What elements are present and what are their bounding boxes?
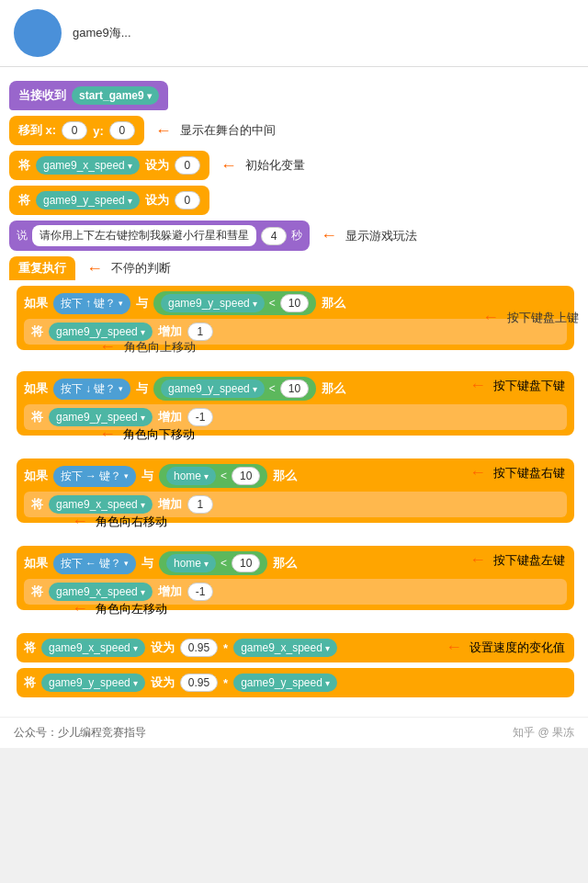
arrow-icon4: ← bbox=[86, 259, 103, 278]
move-xy-block[interactable]: 移到 x: 0 y: 0 bbox=[9, 116, 144, 145]
to-label2: 设为 bbox=[145, 192, 169, 209]
repeat-block[interactable]: 重复执行 bbox=[9, 256, 75, 280]
when-receive-block[interactable]: 当接收到 start_game9 bbox=[9, 81, 168, 110]
xspeed-inc1[interactable]: game9_x_speed bbox=[49, 495, 153, 514]
say-block[interactable]: 说 请你用上下左右键控制我躲避小行星和彗星 4 秒 bbox=[9, 221, 310, 251]
set-yspeed-block[interactable]: 将 game9_y_speed 设为 0 bbox=[9, 186, 209, 215]
y-value[interactable]: 0 bbox=[109, 121, 135, 140]
if-up-container: 如果 按下 ↑ 键？ 与 game9_y_speed < 10 那么 将 gam… bbox=[17, 286, 574, 357]
xspeed-var-dropdown[interactable]: game9_x_speed bbox=[36, 156, 140, 175]
up-key-symbol: ↑ bbox=[85, 297, 91, 310]
to-label1: 设为 bbox=[145, 157, 169, 174]
x-value[interactable]: 0 bbox=[62, 121, 87, 140]
set-label4: 将 bbox=[31, 409, 43, 425]
set-xspeed-decay-container: 将 game9_x_speed 设为 0.95 * game9_x_speed … bbox=[17, 633, 574, 662]
footer-right: 知乎 @ 果冻 bbox=[513, 725, 574, 741]
set-label6: 将 bbox=[31, 583, 43, 600]
annotation-up: ← 按下键盘上键 bbox=[482, 308, 579, 327]
and-label3: 与 bbox=[141, 468, 153, 484]
set-yspeed-decay-row: 将 game9_y_speed 设为 0.95 * game9_y_speed bbox=[24, 674, 567, 692]
inc-val4[interactable]: -1 bbox=[187, 583, 214, 601]
yspeed-var2[interactable]: game9_y_speed bbox=[41, 674, 145, 692]
and-label2: 与 bbox=[136, 380, 148, 397]
to-label4: 设为 bbox=[151, 674, 175, 691]
xspeed-inc2[interactable]: game9_x_speed bbox=[49, 583, 153, 601]
right-key-block[interactable]: 按下 → 键？ bbox=[53, 466, 136, 487]
yspeed-val[interactable]: 0 bbox=[175, 191, 200, 209]
arrow-icon3: ← bbox=[321, 226, 337, 245]
inc-label2: 增加 bbox=[158, 409, 182, 425]
annotation-speed: ← 设置速度的变化值 bbox=[446, 638, 565, 657]
set-xspeed-row: 将 game9_x_speed 设为 0 ← 初始化变量 bbox=[9, 151, 574, 180]
set-label8: 将 bbox=[24, 674, 36, 691]
left-key-block[interactable]: 按下 ← 键？ bbox=[53, 553, 136, 574]
limit1[interactable]: 10 bbox=[280, 294, 309, 312]
set-label1: 将 bbox=[18, 157, 30, 174]
repeat-row: 重复执行 ← 不停的判断 bbox=[9, 256, 574, 280]
inc-label3: 增加 bbox=[158, 496, 182, 513]
footer-left: 公众号：少儿编程竞赛指导 bbox=[14, 725, 146, 741]
header: game9海... bbox=[0, 0, 588, 67]
xspeed-var2[interactable]: game9_x_speed bbox=[41, 639, 145, 657]
yspeed-inc2[interactable]: game9_y_speed bbox=[49, 408, 153, 426]
up-key-block[interactable]: 按下 ↑ 键？ bbox=[53, 293, 130, 314]
annotation-gameplay: ← 显示游戏玩法 bbox=[321, 226, 417, 245]
annotation-center: ← 显示在舞台的中间 bbox=[155, 121, 276, 141]
xspeed-ref3[interactable]: game9_x_speed bbox=[233, 639, 337, 657]
then-label3: 那么 bbox=[273, 468, 297, 484]
limit2[interactable]: 10 bbox=[280, 379, 309, 398]
y-label: y: bbox=[93, 124, 104, 138]
left-key-symbol: ← bbox=[85, 557, 96, 570]
yspeed-ref3[interactable]: game9_y_speed bbox=[233, 674, 337, 692]
and-label1: 与 bbox=[136, 295, 148, 311]
annotation-repeat: ← 不停的判断 bbox=[86, 259, 171, 278]
limit3[interactable]: 10 bbox=[232, 467, 260, 485]
yspeed-var-dropdown[interactable]: game9_y_speed bbox=[36, 191, 140, 209]
limit4[interactable]: 10 bbox=[232, 554, 260, 572]
if-label2: 如果 bbox=[24, 380, 48, 397]
multiply2: * bbox=[223, 676, 228, 690]
main-content: 当接收到 start_game9 移到 x: 0 y: 0 ← 显示在舞台的中间… bbox=[0, 67, 588, 717]
set-label5: 将 bbox=[31, 496, 43, 513]
home-ref1[interactable]: home bbox=[166, 467, 216, 485]
annotation-move-left: ← 角色向左移动 bbox=[72, 599, 574, 618]
say-sec-label: 秒 bbox=[291, 228, 302, 243]
move-label: 移到 x: bbox=[18, 122, 56, 139]
annotation-move-down: ← 角色向下移动 bbox=[99, 425, 574, 444]
set-label7: 将 bbox=[24, 640, 36, 656]
if-left-container: 如果 按下 ← 键？ 与 home < 10 那么 将 game9_x_spee… bbox=[17, 546, 574, 618]
yspeed-ref2[interactable]: game9_y_speed bbox=[161, 379, 265, 398]
multiply1: * bbox=[223, 641, 228, 655]
yspeed-ref1[interactable]: game9_y_speed bbox=[161, 294, 265, 312]
annotation-move-right: ← 角色向右移动 bbox=[72, 512, 574, 531]
y-decay-val[interactable]: 0.95 bbox=[180, 674, 218, 692]
left-compare: home < 10 bbox=[159, 551, 267, 575]
annotation-down: ← 按下键盘下键 bbox=[469, 376, 565, 395]
say-seconds[interactable]: 4 bbox=[261, 227, 287, 245]
down-key-block[interactable]: 按下 ↓ 键？ bbox=[53, 379, 130, 400]
arrow-icon: ← bbox=[155, 121, 172, 141]
xspeed-val[interactable]: 0 bbox=[175, 156, 200, 175]
say-label: 说 bbox=[17, 228, 28, 243]
set-yspeed-row: 将 game9_y_speed 设为 0 bbox=[9, 186, 574, 215]
home-ref2[interactable]: home bbox=[166, 554, 216, 572]
if-right-container: 如果 按下 → 键？ 与 home < 10 那么 将 game9_x_spee… bbox=[17, 458, 574, 531]
arrow-icon2: ← bbox=[220, 156, 237, 175]
inc-val2[interactable]: -1 bbox=[187, 408, 214, 426]
event-dropdown[interactable]: start_game9 bbox=[72, 86, 159, 105]
inc-label4: 增加 bbox=[158, 583, 182, 600]
set-xspeed-block[interactable]: 将 game9_x_speed 设为 0 bbox=[9, 151, 209, 180]
when-receive-row: 当接收到 start_game9 bbox=[9, 81, 574, 110]
if-label4: 如果 bbox=[24, 555, 48, 572]
say-row: 说 请你用上下左右键控制我躲避小行星和彗星 4 秒 ← 显示游戏玩法 bbox=[9, 221, 574, 251]
down-key-symbol: ↓ bbox=[85, 382, 91, 395]
x-decay-val[interactable]: 0.95 bbox=[180, 639, 218, 657]
say-text[interactable]: 请你用上下左右键控制我躲避小行星和彗星 bbox=[32, 225, 256, 246]
if-label1: 如果 bbox=[24, 295, 48, 311]
set-yspeed-decay-wrapper: 将 game9_y_speed 设为 0.95 * game9_y_speed bbox=[17, 668, 574, 697]
right-key-symbol: → bbox=[85, 470, 96, 482]
app-title: game9海... bbox=[73, 25, 131, 41]
then-label1: 那么 bbox=[322, 295, 345, 311]
inc-val3[interactable]: 1 bbox=[187, 495, 213, 514]
annotation-left: ← 按下键盘左键 bbox=[469, 550, 565, 570]
